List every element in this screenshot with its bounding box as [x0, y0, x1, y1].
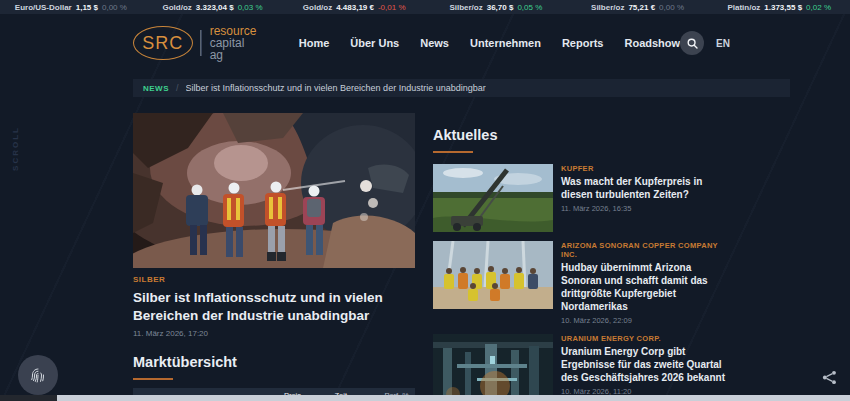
- news-thumbnail-group-photo: [433, 241, 553, 309]
- nav-item-ueber-uns[interactable]: Über Uns: [350, 37, 399, 49]
- article-category[interactable]: SILBER: [133, 275, 415, 284]
- market-overview-title: Marktübersicht: [133, 354, 415, 370]
- aktuelles-accent: [433, 151, 473, 153]
- search-button[interactable]: [680, 31, 704, 55]
- ticker-item[interactable]: Silber/oz 36,70 $ 0,05 %: [425, 3, 567, 12]
- list-item[interactable]: ARIZONA SONORAN COPPER COMPANY INC. Hudb…: [433, 241, 733, 325]
- list-item[interactable]: KUPFER Was macht der Kupferpreis in dies…: [433, 164, 733, 232]
- nav-item-unternehmen[interactable]: Unternehmen: [470, 37, 541, 49]
- fingerprint-icon: [28, 365, 48, 385]
- processing-plant-illustration: [433, 334, 553, 401]
- ticker-change: 0,00 %: [102, 3, 127, 12]
- ticker-item[interactable]: Platin/oz 1.373,55 $ 0,02 %: [708, 3, 850, 12]
- language-toggle[interactable]: EN: [716, 38, 730, 49]
- main-article-column: SILBER Silber ist Inflationsschutz und i…: [133, 113, 415, 401]
- news-item-text: URANIUM ENERGY CORP. Uranium Energy Corp…: [561, 334, 733, 401]
- ticker-value: 75,21 €: [628, 3, 655, 12]
- scroll-rail-label: SCROLL: [11, 126, 20, 171]
- share-icon: [822, 370, 837, 385]
- ticker-value: 4.483,19 €: [336, 3, 374, 12]
- group-photo-illustration: [433, 241, 553, 309]
- nav-item-news[interactable]: News: [420, 37, 449, 49]
- ticker-name: Platin/oz: [727, 3, 760, 12]
- logo-separator: [200, 30, 202, 56]
- news-item-date: 11. März 2026, 16:35: [561, 204, 733, 213]
- news-item-text: ARIZONA SONORAN COPPER COMPANY INC. Hudb…: [561, 241, 733, 325]
- news-item-title[interactable]: Uranium Energy Corp gibt Ergebnisse für …: [561, 345, 733, 384]
- nav-item-home[interactable]: Home: [299, 37, 330, 49]
- article-title[interactable]: Silber ist Inflationsschutz und in viele…: [133, 289, 425, 325]
- ticker-name: Euro/US-Dollar: [15, 3, 72, 12]
- ticker-value: 3.323,04 $: [196, 3, 234, 12]
- commodity-ticker-bar: Euro/US-Dollar 1,15 $ 0,00 % Gold/oz 3.3…: [0, 0, 850, 14]
- aktuelles-title: Aktuelles: [433, 127, 733, 143]
- news-item-title[interactable]: Was macht der Kupferpreis in diesen turb…: [561, 175, 733, 201]
- news-item-text: KUPFER Was macht der Kupferpreis in dies…: [561, 164, 733, 232]
- ticker-value: 36,70 $: [487, 3, 514, 12]
- ticker-name: Silber/oz: [449, 3, 482, 12]
- aktuelles-column: Aktuelles KUPFER: [433, 111, 733, 401]
- nav-item-roadshow[interactable]: Roadshow: [624, 37, 680, 49]
- search-icon: [687, 38, 698, 49]
- ticker-change: 0,03 %: [238, 3, 263, 12]
- mine-tunnel-illustration: [133, 113, 415, 268]
- news-strip-headline[interactable]: Silber ist Inflationsschutz und in viele…: [186, 83, 486, 93]
- ticker-change: 0,02 %: [806, 3, 831, 12]
- nav-links: Home Über Uns News Unternehmen Reports R…: [299, 37, 680, 49]
- main-navbar: SRC resource capital ag Home Über Uns Ne…: [133, 14, 730, 72]
- drill-rig-illustration: [433, 164, 553, 232]
- ticker-value: 1.373,55 $: [764, 3, 802, 12]
- horizontal-scrollbar[interactable]: [0, 395, 850, 401]
- ticker-item[interactable]: Gold/oz 4.483,19 € -0,01 %: [283, 3, 425, 12]
- ticker-value: 1,15 $: [76, 3, 98, 12]
- news-item-category[interactable]: ARIZONA SONORAN COPPER COMPANY INC.: [561, 241, 733, 259]
- ticker-change: 0,00 %: [659, 3, 684, 12]
- market-overview-accent: [133, 378, 173, 380]
- main-article-image[interactable]: [133, 113, 415, 268]
- news-item-category[interactable]: KUPFER: [561, 164, 733, 173]
- ticker-change: 0,05 %: [517, 3, 542, 12]
- horizontal-scrollbar-thumb[interactable]: [57, 395, 850, 401]
- ticker-item[interactable]: Silber/oz 75,21 € 0,00 %: [567, 3, 709, 12]
- ticker-name: Gold/oz: [162, 3, 191, 12]
- nav-right-tools: EN: [680, 31, 730, 55]
- ticker-item[interactable]: Euro/US-Dollar 1,15 $ 0,00 %: [0, 3, 142, 12]
- ticker-change: -0,01 %: [378, 3, 406, 12]
- news-item-date: 10. März 2026, 22:09: [561, 316, 733, 325]
- news-strip-separator: /: [176, 83, 179, 93]
- fingerprint-button[interactable]: [18, 355, 58, 395]
- news-thumbnail-plant: [433, 334, 553, 401]
- news-item-title[interactable]: Hudbay übernimmt Arizona Sonoran und sch…: [561, 261, 733, 313]
- nav-item-reports[interactable]: Reports: [562, 37, 604, 49]
- article-date: 11. März 2026, 17:20: [133, 329, 415, 338]
- logo-src-mark: SRC: [133, 26, 193, 60]
- ticker-name: Silber/oz: [591, 3, 624, 12]
- share-button[interactable]: [822, 370, 837, 389]
- logo-line2: capital ag: [210, 37, 261, 61]
- ticker-item[interactable]: Gold/oz 3.323,04 $ 0,03 %: [142, 3, 284, 12]
- list-item[interactable]: URANIUM ENERGY CORP. Uranium Energy Corp…: [433, 334, 733, 401]
- news-item-category[interactable]: URANIUM ENERGY CORP.: [561, 334, 733, 343]
- news-strip-label: NEWS: [143, 84, 169, 93]
- news-thumbnail-drill-rig: [433, 164, 553, 232]
- aktuelles-list: KUPFER Was macht der Kupferpreis in dies…: [433, 164, 733, 401]
- logo-wordmark: resource capital ag: [210, 25, 261, 61]
- news-ticker-strip: NEWS / Silber ist Inflationsschutz und i…: [133, 79, 790, 97]
- ticker-name: Gold/oz: [303, 3, 332, 12]
- company-logo[interactable]: SRC resource capital ag: [133, 25, 261, 61]
